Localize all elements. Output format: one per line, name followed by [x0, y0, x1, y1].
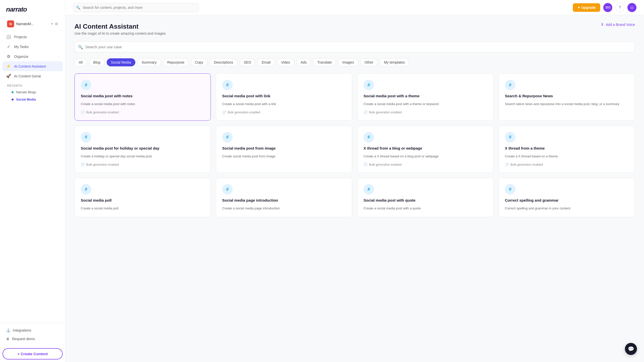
bulk-label: Bulk generation enabled	[86, 163, 119, 166]
filter-blog[interactable]: Blog	[89, 58, 105, 66]
filter-social-media[interactable]: Social Media	[107, 58, 135, 66]
account-name: NarratoM...	[16, 22, 49, 26]
chat-bubble-button[interactable]: 💬	[625, 343, 637, 355]
header-right: ✦ Upgrade 380 ? U	[573, 3, 636, 12]
filter-all[interactable]: All	[74, 58, 87, 66]
filter-email[interactable]: Email	[257, 58, 275, 66]
card-desc: Create a social media post with a theme …	[364, 102, 487, 107]
help-button[interactable]: ?	[615, 3, 624, 12]
page-title-group: AI Content Assistant Use the magic of AI…	[74, 23, 166, 35]
page-header: AI Content Assistant Use the magic of AI…	[74, 23, 635, 35]
card-desc: Create a holiday or special day social m…	[81, 154, 205, 159]
card-title: X thread from a theme	[505, 146, 629, 151]
card-social-media-with-link[interactable]: # Social media post with link Create a s…	[216, 73, 352, 121]
hashtag-icon: #	[364, 80, 374, 90]
filter-repurpose[interactable]: Repurpose	[163, 58, 189, 66]
card-desc: Create a social media poll	[81, 206, 205, 211]
sidebar-item-organize[interactable]: ⚙ Organize ›	[3, 52, 63, 61]
card-x-thread-blog[interactable]: # X thread from a blog or webpage Create…	[357, 126, 494, 173]
hashtag-icon: #	[505, 184, 515, 195]
card-correct-spelling-grammar[interactable]: # Correct spelling and grammar Correct s…	[499, 178, 635, 217]
bulk-badge: 📄 Bulk generation enabled	[222, 111, 346, 114]
sidebar-item-ai-content-assistant[interactable]: ⚡ AI Content Assistant	[3, 61, 63, 71]
filter-images[interactable]: Images	[338, 58, 358, 66]
sidebar-bottom-label: Request demo	[12, 337, 35, 341]
use-case-search-input[interactable]	[74, 41, 635, 52]
page-subtitle: Use the magic of AI to create amazing co…	[74, 31, 166, 35]
card-title: Social media post with a theme	[364, 93, 487, 99]
sidebar-item-narrato-blogs[interactable]: Narrato Blogs	[3, 88, 63, 96]
add-brand-voice-button[interactable]: 🎙 Add a Brand Voice	[601, 23, 635, 27]
sidebar-bottom: ⚓ Integrations 🖥 Request demo	[0, 323, 65, 346]
page-title: AI Content Assistant	[74, 23, 166, 30]
card-title: Social media page introduction	[222, 198, 346, 203]
card-social-media-poll[interactable]: # Social media poll Create a social medi…	[74, 178, 211, 217]
filter-ads[interactable]: Ads	[296, 58, 311, 66]
main-nav: ⬜ Projects ✓ My Tasks ⚙ Organize › ⚡ AI …	[0, 32, 65, 177]
monitor-icon: 🖥	[6, 337, 10, 341]
bulk-label: Bulk generation enabled	[86, 111, 119, 114]
account-switcher[interactable]: N NarratoM... ▾ ⚙	[3, 18, 63, 30]
bulk-label: Bulk generation enabled	[510, 163, 543, 166]
recents-label: Recents	[3, 81, 63, 88]
card-post-from-image[interactable]: # Social media post from image Create so…	[216, 126, 352, 173]
search-input[interactable]	[73, 3, 199, 12]
hashtag-icon: #	[505, 132, 515, 143]
card-post-with-quote[interactable]: # Social media post with quote Create a …	[357, 178, 494, 217]
sidebar-item-my-tasks[interactable]: ✓ My Tasks	[3, 42, 63, 52]
bulk-badge: 📄 Bulk generation enabled	[364, 163, 487, 166]
search-icon: 🔍	[76, 6, 80, 10]
global-search: 🔍	[73, 3, 199, 12]
card-title: Correct spelling and grammar	[505, 198, 629, 203]
filter-seo[interactable]: SEO	[239, 58, 256, 66]
mic-icon: 🎙	[601, 23, 604, 27]
account-avatar: N	[7, 20, 14, 27]
filter-summary[interactable]: Summary	[137, 58, 161, 66]
copy-icon: 📄	[364, 111, 368, 114]
organize-icon: ⚙	[6, 54, 11, 59]
hashtag-icon: #	[505, 80, 515, 90]
sidebar-item-label: Projects	[14, 35, 27, 39]
sidebar-item-ai-content-genie[interactable]: 🚀 AI Content Genie	[3, 71, 63, 81]
card-desc: Correct spelling and grammar in your con…	[505, 206, 629, 211]
sidebar-item-request-demo[interactable]: 🖥 Request demo	[3, 335, 63, 343]
copy-icon: 📄	[364, 163, 368, 166]
hashtag-icon: #	[222, 132, 233, 143]
notification-badge[interactable]: 380	[603, 3, 612, 12]
hashtag-icon: #	[364, 132, 374, 143]
card-search-repurpose-news[interactable]: # Search & Repurpose News Search latest …	[499, 73, 635, 121]
filter-translate[interactable]: Translate	[313, 58, 336, 66]
card-desc: Create a X thread based on a theme	[505, 154, 629, 159]
hashtag-icon: #	[222, 80, 233, 90]
gear-icon[interactable]: ⚙	[55, 22, 58, 26]
card-social-media-with-notes[interactable]: # Social media post with notes Create a …	[74, 73, 211, 121]
card-title: X thread from a blog or webpage	[364, 146, 487, 151]
card-page-introduction[interactable]: # Social media page introduction Create …	[216, 178, 352, 217]
chevron-down-icon: ▾	[51, 22, 53, 26]
card-social-media-with-theme[interactable]: # Social media post with a theme Create …	[357, 73, 494, 121]
copy-icon: 📄	[505, 163, 509, 166]
filter-video[interactable]: Video	[277, 58, 294, 66]
bulk-badge: 📄 Bulk generation enabled	[505, 163, 629, 166]
filter-other[interactable]: Other	[360, 58, 378, 66]
create-content-button[interactable]: + Create Content	[3, 348, 63, 359]
user-avatar[interactable]: U	[627, 3, 636, 12]
brand-voice-label: Add a Brand Voice	[606, 23, 635, 27]
logo: narrato	[0, 0, 65, 18]
filter-copy[interactable]: Copy	[191, 58, 208, 66]
sidebar-item-social-media[interactable]: Social Media	[3, 96, 63, 103]
card-x-thread-theme[interactable]: # X thread from a theme Create a X threa…	[499, 126, 635, 173]
hashtag-icon: #	[364, 184, 374, 195]
projects-icon: ⬜	[6, 34, 11, 39]
sidebar-item-label: AI Content Genie	[14, 74, 41, 78]
card-holiday-post[interactable]: # Social media post for holiday or speci…	[74, 126, 211, 173]
bulk-label: Bulk generation enabled	[369, 163, 401, 166]
copy-icon: 📄	[81, 163, 85, 166]
sidebar-item-integrations[interactable]: ⚓ Integrations	[3, 326, 63, 335]
filter-descriptions[interactable]: Descriptions	[210, 58, 237, 66]
sidebar-item-projects[interactable]: ⬜ Projects	[3, 32, 63, 42]
card-title: Social media post with notes	[81, 93, 205, 99]
bulk-label: Bulk generation enabled	[369, 111, 401, 114]
filter-my-templates[interactable]: My templates	[380, 58, 409, 66]
upgrade-button[interactable]: ✦ Upgrade	[573, 3, 600, 12]
